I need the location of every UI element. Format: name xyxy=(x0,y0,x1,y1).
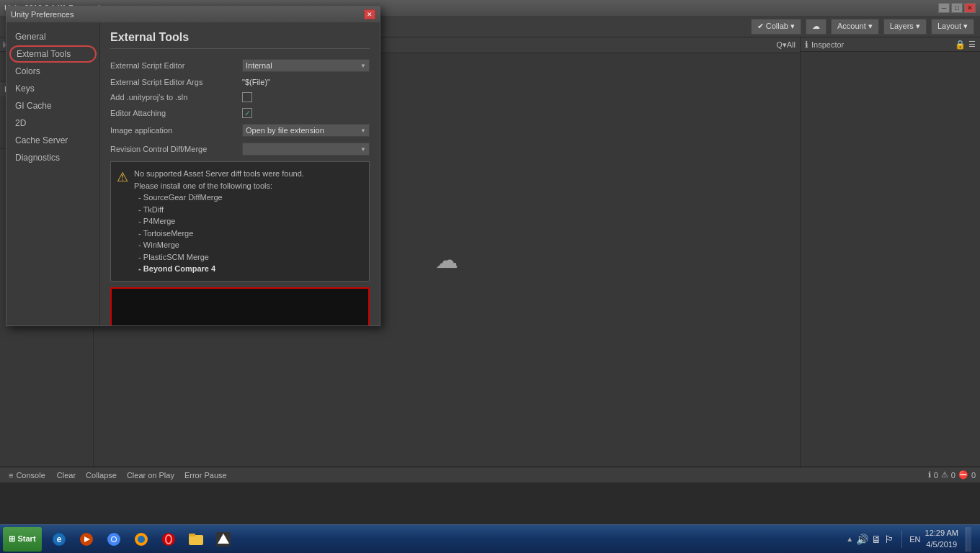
taskbar-unity-icon[interactable] xyxy=(210,527,236,552)
console-icons: ℹ 0 ⚠ 0 ⛔ 0 xyxy=(928,470,976,480)
sidebar-item-keys[interactable]: Keys xyxy=(6,80,99,97)
preferences-dialog: Unity Preferences ✕ General External Too… xyxy=(6,6,380,326)
warning-count: 0 xyxy=(951,471,956,480)
clear-button[interactable]: Clear xyxy=(54,470,79,480)
tray-speaker-icon[interactable]: 🔊 xyxy=(856,534,868,545)
tray-flag-icon[interactable]: 🏳 xyxy=(884,534,894,545)
taskbar-firefox-icon[interactable] xyxy=(128,527,154,552)
close-btn[interactable]: ✕ xyxy=(964,3,976,13)
warning-text: No supported Asset Server diff tools wer… xyxy=(134,168,304,275)
warning-icon: ⚠ xyxy=(941,470,948,480)
tray-icons: ▲ 🔊 🖥 🏳 xyxy=(846,534,894,545)
toolbar-right: ✔ Collab ▾ ☁ Account ▾ Layers ▾ Layout ▾ xyxy=(751,19,974,35)
svg-rect-12 xyxy=(189,534,195,536)
console-toolbar: ≡ Console Clear Collapse Clear on Play E… xyxy=(0,467,980,483)
language-indicator: EN xyxy=(909,535,920,544)
cloud-icon: ☁ xyxy=(435,246,458,274)
dropdown-arrow-1: ▼ xyxy=(360,63,366,69)
pref-close-button[interactable]: ✕ xyxy=(364,9,375,19)
inspector-menu-icon[interactable]: ☰ xyxy=(968,40,976,49)
external-script-args-value[interactable]: "$(File)" xyxy=(242,78,370,86)
inspector-title: Inspector xyxy=(811,40,844,49)
sidebar-item-external-tools[interactable]: External Tools xyxy=(9,45,97,63)
pref-titlebar: Unity Preferences ✕ xyxy=(6,6,380,22)
tray-network-icon[interactable]: 🖥 xyxy=(871,534,881,545)
svg-point-6 xyxy=(112,537,116,541)
minimize-btn[interactable]: ─ xyxy=(938,3,950,13)
editor-attaching-checkbox[interactable]: ✓ xyxy=(242,108,252,118)
external-script-editor-row: External Script Editor Internal ▼ xyxy=(110,59,370,72)
revision-control-row: Revision Control Diff/Merge ▼ xyxy=(110,143,370,156)
collab-button[interactable]: ✔ Collab ▾ xyxy=(751,19,801,35)
dropdown-arrow-2: ▼ xyxy=(360,127,366,134)
add-unityproj-checkbox[interactable] xyxy=(242,92,252,102)
sidebar-item-gi-cache[interactable]: GI Cache xyxy=(6,97,99,114)
unity-svg xyxy=(215,531,232,548)
console-tab[interactable]: ≡ Console xyxy=(4,469,50,481)
warning-icon: ⚠ xyxy=(117,168,128,275)
sidebar-item-colors[interactable]: Colors xyxy=(6,63,99,80)
warning-box: ⚠ No supported Asset Server diff tools w… xyxy=(110,161,370,282)
console-icon: ≡ xyxy=(9,471,13,480)
taskbar-folder-icon[interactable] xyxy=(183,527,209,552)
info-icon: ℹ xyxy=(928,470,931,480)
collapse-button[interactable]: Collapse xyxy=(83,470,120,480)
image-application-dropdown[interactable]: Open by file extension ▼ xyxy=(242,124,370,137)
taskbar-ie-icon[interactable]: e xyxy=(46,527,72,552)
layers-button[interactable]: Layers ▾ xyxy=(883,19,927,35)
sidebar-item-diagnostics[interactable]: Diagnostics xyxy=(6,149,99,166)
external-script-args-label: External Script Editor Args xyxy=(110,78,236,86)
show-desktop-btn[interactable] xyxy=(966,527,971,552)
folder-svg xyxy=(187,531,205,548)
inspector-header: ℹ Inspector 🔒 ☰ xyxy=(801,37,980,52)
info-count: 0 xyxy=(934,471,938,480)
black-area xyxy=(110,287,370,326)
editor-attaching-label: Editor Attaching xyxy=(110,109,236,117)
console-title: Console xyxy=(16,471,45,480)
svg-point-8 xyxy=(138,536,145,543)
taskbar-chrome-icon[interactable] xyxy=(101,527,127,552)
sidebar-item-2d[interactable]: 2D xyxy=(6,114,99,132)
start-label: ⊞ Start xyxy=(9,534,35,544)
inspector-panel: ℹ Inspector 🔒 ☰ xyxy=(800,37,980,467)
tray-divider xyxy=(901,531,902,548)
clear-on-play-button[interactable]: Clear on Play xyxy=(124,470,177,480)
image-application-label: Image application xyxy=(110,126,236,135)
start-button[interactable]: ⊞ Start xyxy=(3,527,42,552)
error-pause-button[interactable]: Error Pause xyxy=(182,470,230,480)
inspector-icon: ℹ xyxy=(805,40,808,50)
revision-control-dropdown[interactable]: ▼ xyxy=(242,143,370,156)
taskbar-media-icon[interactable] xyxy=(74,527,99,552)
chrome-svg xyxy=(105,531,122,548)
svg-text:e: e xyxy=(57,534,62,544)
pref-title-text: Unity Preferences xyxy=(11,10,364,19)
inspector-content xyxy=(801,52,980,467)
taskbar-opera-icon[interactable] xyxy=(156,527,182,552)
pref-content: External Tools External Script Editor In… xyxy=(100,22,380,325)
account-button[interactable]: Account ▾ xyxy=(831,19,879,35)
scene-search[interactable]: Q▾All xyxy=(776,40,796,50)
error-icon: ⛔ xyxy=(958,470,968,480)
console-content xyxy=(0,483,980,524)
clock-time: 12:29 AM xyxy=(925,528,958,539)
tray-clock[interactable]: 12:29 AM 4/5/2019 xyxy=(925,528,958,550)
sidebar-item-general[interactable]: General xyxy=(6,28,99,45)
maximize-btn[interactable]: □ xyxy=(951,3,963,13)
tray-expand-icon[interactable]: ▲ xyxy=(846,535,853,543)
pref-content-title: External Tools xyxy=(110,31,370,49)
external-script-editor-value: Internal xyxy=(246,61,272,70)
external-script-editor-dropdown[interactable]: Internal ▼ xyxy=(242,59,370,72)
taskbar-tray: ▲ 🔊 🖥 🏳 EN 12:29 AM 4/5/2019 xyxy=(840,527,977,552)
cloud-button[interactable]: ☁ xyxy=(806,19,827,35)
sidebar-item-cache-server[interactable]: Cache Server xyxy=(6,132,99,149)
add-unityproj-row: Add .unityproj's to .sln xyxy=(110,92,370,102)
ie-svg: e xyxy=(50,531,68,548)
inspector-lock-icon[interactable]: 🔒 xyxy=(955,40,966,50)
image-application-row: Image application Open by file extension… xyxy=(110,124,370,137)
editor-attaching-row: Editor Attaching ✓ xyxy=(110,108,370,118)
error-count: 0 xyxy=(971,471,976,480)
layout-button[interactable]: Layout ▾ xyxy=(931,19,974,35)
external-script-args-row: External Script Editor Args "$(File)" xyxy=(110,78,370,86)
image-application-value: Open by file extension xyxy=(246,126,324,135)
console-panel: ≡ Console Clear Collapse Clear on Play E… xyxy=(0,467,980,524)
